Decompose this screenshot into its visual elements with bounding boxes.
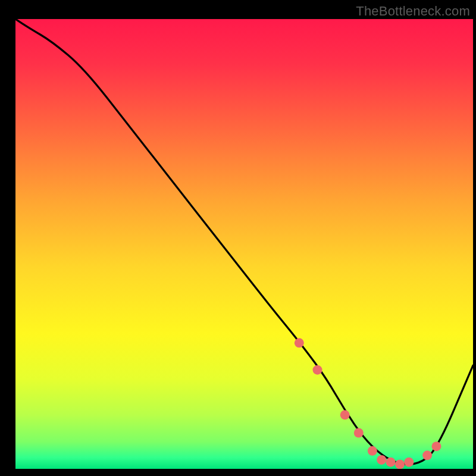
plot-area <box>15 19 473 469</box>
highlight-dot <box>368 446 377 456</box>
highlight-dot <box>340 410 350 419</box>
gradient-background <box>15 19 473 469</box>
highlight-dot <box>295 338 304 347</box>
highlight-dot <box>377 455 386 465</box>
highlight-dot <box>313 365 322 375</box>
highlight-dot <box>422 450 432 460</box>
highlight-dot <box>395 459 405 469</box>
bottleneck-chart <box>15 19 473 469</box>
chart-frame: TheBottleneck.com <box>0 0 476 476</box>
highlight-dot <box>432 441 441 451</box>
highlight-dot <box>386 458 396 467</box>
attribution-text: TheBottleneck.com <box>356 4 470 19</box>
highlight-dot <box>404 458 414 467</box>
highlight-dot <box>354 428 364 438</box>
